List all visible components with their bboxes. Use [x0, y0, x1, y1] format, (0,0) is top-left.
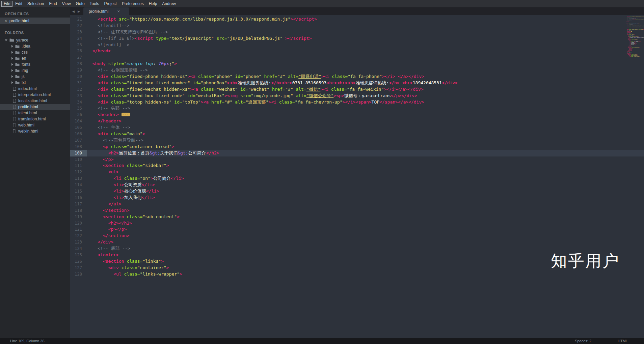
- code-line-116[interactable]: 116 <li>加入我们</li>: [70, 195, 644, 201]
- code-line-128[interactable]: 128 <ul class="links-wrapper">: [70, 271, 644, 278]
- code-line-30[interactable]: 30 <div class="fixed-phone hidden-xs"><a…: [70, 74, 644, 80]
- line-number[interactable]: 123: [70, 239, 87, 246]
- line-number[interactable]: 118: [70, 207, 87, 214]
- code-line-33[interactable]: 33 <div class="fixed-box fixed-code" id=…: [70, 93, 644, 99]
- line-number[interactable]: 30: [70, 74, 87, 80]
- menu-item-tools[interactable]: Tools: [87, 1, 102, 7]
- line-number[interactable]: 25: [70, 42, 87, 48]
- line-number[interactable]: 116: [70, 195, 87, 201]
- tree-file-weixin[interactable]: weixin.html: [0, 128, 70, 134]
- line-number[interactable]: 126: [70, 258, 87, 265]
- code-line-113[interactable]: 113 <li class="on">公司简介</li>: [70, 175, 644, 182]
- tree-file-web[interactable]: web.html: [0, 122, 70, 128]
- menu-item-preferences[interactable]: Preferences: [119, 1, 146, 7]
- line-number[interactable]: 114: [70, 182, 87, 188]
- line-number[interactable]: 127: [70, 265, 87, 271]
- tree-file-localization[interactable]: localization.html: [0, 98, 70, 104]
- code-line-107[interactable]: 107 <!--面包屑导航-->: [70, 137, 644, 144]
- tree-file-profile[interactable]: profile.html: [0, 104, 70, 110]
- line-number[interactable]: 35: [70, 105, 87, 112]
- line-number[interactable]: 112: [70, 169, 87, 175]
- minimap[interactable]: <script src="https://oss.maxcdn.com/libs…: [625, 16, 644, 326]
- line-number[interactable]: 121: [70, 226, 87, 233]
- line-number[interactable]: 36: [70, 112, 87, 118]
- code-line-24[interactable]: 24 <!--[if IE 6]><script type="text/java…: [70, 35, 644, 42]
- line-number[interactable]: 104: [70, 118, 87, 124]
- menu-item-goto[interactable]: Goto: [74, 1, 87, 7]
- code-line-114[interactable]: 114 <li>公司资质</li>: [70, 182, 644, 188]
- code-line-109[interactable]: 109 <h2>当前位置：首页&gt;关于我们&gt;公司简介</h2>: [70, 150, 644, 156]
- code-line-31[interactable]: 31 <div class="fixed-box fixed-number" i…: [70, 80, 644, 86]
- line-number[interactable]: 22: [70, 23, 87, 29]
- menu-item-view[interactable]: View: [60, 1, 73, 7]
- line-number[interactable]: 107: [70, 137, 87, 144]
- code-line-118[interactable]: 118 </section>: [70, 207, 644, 214]
- menu-item-edit[interactable]: Edit: [13, 1, 25, 7]
- menu-item-help[interactable]: Help: [146, 1, 160, 7]
- menu-item-selection[interactable]: Selection: [25, 1, 46, 7]
- tree-folder-img[interactable]: img: [0, 67, 70, 74]
- line-number[interactable]: 33: [70, 93, 87, 99]
- code-line-117[interactable]: 117 </ul>: [70, 201, 644, 207]
- tab-scroll-right-icon[interactable]: ▶: [78, 10, 80, 13]
- code-line-112[interactable]: 112 <ul>: [70, 169, 644, 175]
- code-line-108[interactable]: 108 <p class="container bread">: [70, 144, 644, 150]
- code-line-105[interactable]: 105 <!-- 主体 -->: [70, 124, 644, 131]
- line-number[interactable]: 32: [70, 86, 87, 93]
- line-number[interactable]: 21: [70, 16, 87, 23]
- menu-item-find[interactable]: Find: [47, 1, 59, 7]
- code-line-120[interactable]: 120 <h2></h2>: [70, 220, 644, 227]
- tab-scroll-left-icon[interactable]: ◀: [72, 10, 75, 13]
- line-number[interactable]: 109: [70, 150, 87, 156]
- tree-file-translation[interactable]: translation.html: [0, 116, 70, 122]
- line-number[interactable]: 29: [70, 67, 87, 74]
- tree-folder-en[interactable]: en: [0, 55, 70, 61]
- line-number[interactable]: 23: [70, 29, 87, 35]
- line-number[interactable]: 108: [70, 144, 87, 150]
- line-number[interactable]: 106: [70, 131, 87, 137]
- code-line-32[interactable]: 32 <div class="fixed-wechat hidden-xs"><…: [70, 86, 644, 93]
- code-line-25[interactable]: 25 <![endif]-->: [70, 42, 644, 48]
- code-line-110[interactable]: 110 </p>: [70, 156, 644, 163]
- tab-profile-html[interactable]: profile.html ×: [83, 7, 129, 15]
- line-number[interactable]: 111: [70, 163, 87, 169]
- line-number[interactable]: 31: [70, 80, 87, 86]
- syntax-mode[interactable]: HTML: [618, 339, 628, 343]
- tree-file-index[interactable]: index.html: [0, 86, 70, 92]
- tree-file-interpretation[interactable]: interpretation.html: [0, 92, 70, 98]
- code-line-26[interactable]: 26 </head>: [70, 48, 644, 54]
- code-line-36[interactable]: 36 <header> ···: [70, 112, 644, 118]
- code-line-35[interactable]: 35 <!-- 头部 -->: [70, 105, 644, 112]
- code-line-27[interactable]: 27: [70, 54, 644, 61]
- tree-file-talent[interactable]: talent.html: [0, 110, 70, 116]
- code-line-119[interactable]: 119 <section class="sub-content">: [70, 214, 644, 220]
- code-line-106[interactable]: 106 <div class="main">: [70, 131, 644, 137]
- close-icon[interactable]: ×: [5, 19, 7, 23]
- line-number[interactable]: 115: [70, 188, 87, 195]
- line-number[interactable]: 117: [70, 201, 87, 207]
- line-number[interactable]: 34: [70, 99, 87, 106]
- line-number[interactable]: 128: [70, 271, 87, 278]
- line-number[interactable]: 119: [70, 214, 87, 220]
- line-number[interactable]: 113: [70, 175, 87, 182]
- tree-folder-css[interactable]: css: [0, 49, 70, 55]
- code-line-115[interactable]: 115 <li>核心价值观</li>: [70, 188, 644, 195]
- open-file-row-profile[interactable]: × profile.html: [0, 18, 70, 24]
- tree-folder-txt[interactable]: txt: [0, 80, 70, 86]
- code-line-123[interactable]: 123 </div>: [70, 239, 644, 246]
- tree-folder-fonts[interactable]: fonts: [0, 61, 70, 67]
- line-number[interactable]: 105: [70, 124, 87, 131]
- editor[interactable]: 21 <script src="https://oss.maxcdn.com/l…: [70, 15, 644, 338]
- line-number[interactable]: 26: [70, 48, 87, 54]
- line-number[interactable]: 28: [70, 61, 87, 67]
- code-line-28[interactable]: 28 <body style="margin-top: 70px;">: [70, 61, 644, 67]
- tree-folder-js[interactable]: js: [0, 74, 70, 80]
- line-number[interactable]: 110: [70, 156, 87, 163]
- code-line-22[interactable]: 22 <![endif]-->: [70, 23, 644, 29]
- tree-folder-idea[interactable]: .idea: [0, 43, 70, 49]
- menu-item-andrew[interactable]: Andrew: [160, 1, 178, 7]
- code-line-111[interactable]: 111 <section class="sidebar">: [70, 163, 644, 169]
- menu-item-file[interactable]: File: [1, 1, 12, 7]
- tree-root-yarace[interactable]: yarace: [0, 37, 70, 43]
- code-line-122[interactable]: 122 </section>: [70, 233, 644, 239]
